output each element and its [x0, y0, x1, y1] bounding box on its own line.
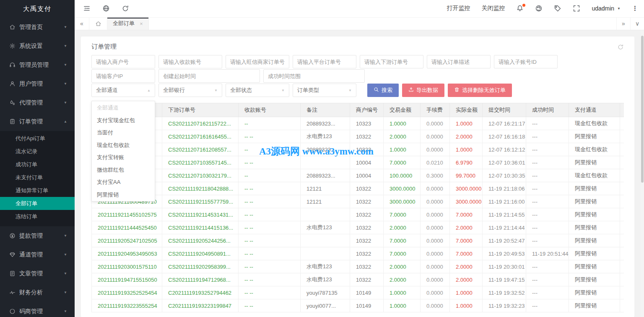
- cell-order-status: 付款成功: [620, 286, 624, 299]
- cell-fee: 0.0000: [421, 221, 450, 234]
- sidebar-subitem-2[interactable]: 成功订单: [0, 158, 75, 171]
- cell-downstream-order: CS20211119205244256...: [162, 234, 239, 247]
- panel-header: 订单管理: [91, 43, 624, 51]
- cell-success-time: ---: [526, 143, 569, 156]
- sidebar-item-5[interactable]: 订单管理▲: [0, 112, 75, 131]
- table-row-3: CS20211207103557145...-- --100047.00000.…: [92, 156, 624, 169]
- cell-payee-account: --: [239, 143, 301, 156]
- channel-option-2[interactable]: 当面付: [92, 126, 155, 139]
- channel-option-0[interactable]: 全部通道: [92, 102, 155, 114]
- close-tab-icon[interactable]: ×: [140, 21, 143, 27]
- sidebar-item-8[interactable]: 文章管理▼: [0, 264, 75, 283]
- sidebar-item-9[interactable]: 财务分析▼: [0, 283, 75, 302]
- channel-option-4[interactable]: 支付宝转账: [92, 151, 155, 164]
- sidebar-item-3[interactable]: 用户管理▼: [0, 74, 75, 93]
- sidebar-item-label: 用户管理: [19, 80, 64, 88]
- page-scrollbar-track[interactable]: [641, 30, 644, 317]
- sidebar-item-10[interactable]: 码商管理▼: [0, 302, 75, 317]
- cell-merchant-no: 10323: [350, 143, 384, 156]
- menu-collapse-icon[interactable]: [83, 5, 91, 12]
- fullscreen-icon[interactable]: [573, 5, 580, 12]
- filter-select-3[interactable]: 订单类型▼: [293, 84, 356, 97]
- sidebar-subitem-3[interactable]: 未支付订单: [0, 171, 75, 184]
- cell-submit-time: 12-07 16:21:17: [483, 117, 526, 130]
- topbar-right: 打开监控 关闭监控 udadmin ▼ ⋮: [447, 5, 638, 12]
- sidebar-subitem-4[interactable]: 通知异常订单: [0, 184, 75, 197]
- channel-option-6[interactable]: 支付宝AA: [92, 176, 155, 189]
- home-tab[interactable]: [89, 18, 107, 30]
- export-data-button[interactable]: 导出数据: [402, 84, 444, 97]
- cell-pay-channel: 现金红包收款: [569, 117, 620, 130]
- channel-option-7[interactable]: 阿里报销: [92, 189, 155, 201]
- filter-input-row1-0[interactable]: [91, 55, 155, 68]
- cell-actual-amount: 2.0000: [450, 130, 483, 143]
- sidebar-subitem-1[interactable]: 流水记录: [0, 145, 75, 158]
- tabs-menu-icon[interactable]: ∨: [630, 18, 644, 30]
- chevron-down-icon: ▼: [64, 25, 67, 29]
- export-icon: [408, 87, 414, 94]
- col-submit-time: 提交时间: [483, 103, 526, 117]
- sidebar-item-1[interactable]: 系统设置▼: [0, 37, 75, 55]
- channel-option-3[interactable]: 现金红包收款: [92, 139, 155, 152]
- col-remark: 备注: [301, 103, 350, 117]
- cell-order-status: 付款成功: [620, 169, 624, 182]
- filter-select-1[interactable]: 全部银行▼: [158, 84, 222, 97]
- cell-actual-amount: 1.0000: [450, 299, 483, 312]
- user-menu[interactable]: udadmin ▼: [592, 5, 621, 12]
- filter-input-row1-6[interactable]: [494, 55, 558, 68]
- close-monitor-button[interactable]: 关闭监控: [481, 5, 505, 12]
- sidebar-item-4[interactable]: 代理管理▼: [0, 93, 75, 112]
- sidebar-item-7[interactable]: 通道管理▼: [0, 245, 75, 264]
- delete-invalid-orders-button[interactable]: 选择删除无效订单: [448, 84, 512, 97]
- sidebar-item-2[interactable]: 管理员管理▼: [0, 55, 75, 74]
- channel-option-1[interactable]: 支付宝现金红包: [92, 114, 155, 127]
- cell-pay-channel: 阿里报销: [569, 182, 620, 195]
- channel-option-5[interactable]: 微信群红包: [92, 164, 155, 176]
- filter-input-row1-2[interactable]: [226, 55, 289, 68]
- filter-input-row1-5[interactable]: [427, 55, 491, 68]
- cell-fee: 0.0000: [421, 117, 450, 130]
- sidebar-subitem-6[interactable]: 冻结订单: [0, 210, 75, 223]
- filter-input-row1-1[interactable]: [158, 55, 222, 68]
- filter-input-row1-4[interactable]: [360, 55, 423, 68]
- cell-remark: [301, 247, 350, 260]
- cell-order-status: 付款成功: [620, 156, 624, 169]
- withdraw-icon: [9, 233, 16, 239]
- filter-select-2[interactable]: 全部状态▼: [226, 84, 289, 97]
- filter-input-row2-1[interactable]: [158, 69, 260, 83]
- col-success-time: 成功时间: [526, 103, 569, 117]
- chevron-down-icon: ▼: [64, 291, 67, 294]
- cell-payee-account: -- --: [239, 260, 301, 273]
- sidebar-item-label: 代理管理: [19, 99, 64, 107]
- search-button[interactable]: 搜索: [367, 84, 399, 97]
- cell-fee: 0.0000: [421, 182, 450, 195]
- tabs-scroll-left-icon[interactable]: «: [75, 18, 89, 30]
- filter-input-row1-3[interactable]: [293, 55, 356, 68]
- globe-icon[interactable]: [102, 5, 110, 12]
- cell-success-time: ---: [526, 156, 569, 169]
- cell-downstream-order: CS20211119204950891...: [162, 247, 239, 260]
- refresh-icon[interactable]: [122, 5, 129, 12]
- tag-icon[interactable]: [554, 5, 561, 12]
- channel-dropdown-panel: 全部通道支付宝现金红包当面付现金红包收款支付宝转账微信群红包支付宝AA阿里报销: [91, 101, 155, 202]
- col-downstream-order: 下游订单号: [162, 103, 239, 117]
- filter-input-row2-0[interactable]: [91, 69, 155, 83]
- more-menu-icon[interactable]: ⋮: [632, 5, 638, 12]
- filter-input-row2-2[interactable]: [263, 69, 365, 83]
- panel-refresh-icon[interactable]: [617, 44, 624, 50]
- tab-all-orders[interactable]: 全部订单 ×: [107, 18, 149, 30]
- cell-platform-order: 20211119203001575110: [92, 260, 162, 273]
- sidebar-subitem-5-active[interactable]: 全部订单: [0, 197, 75, 210]
- cell-payee-account: -- --: [239, 208, 301, 221]
- sidebar-subitem-0[interactable]: 代付Api订单: [0, 132, 75, 145]
- cell-success-time: ---: [526, 260, 569, 273]
- notifications-bell-icon[interactable]: [516, 5, 524, 12]
- filter-select-0[interactable]: 全部通道▲: [91, 84, 155, 97]
- open-monitor-button[interactable]: 打开监控: [447, 5, 470, 12]
- tabs-scroll-right-icon[interactable]: »: [616, 18, 630, 30]
- theme-palette-icon[interactable]: [535, 5, 543, 12]
- sidebar-item-6[interactable]: 提款管理▼: [0, 226, 75, 245]
- chevron-down-icon: ▼: [64, 44, 67, 48]
- page-scrollbar-thumb[interactable]: [641, 36, 644, 183]
- sidebar-item-0[interactable]: 管理首页▼: [0, 18, 75, 37]
